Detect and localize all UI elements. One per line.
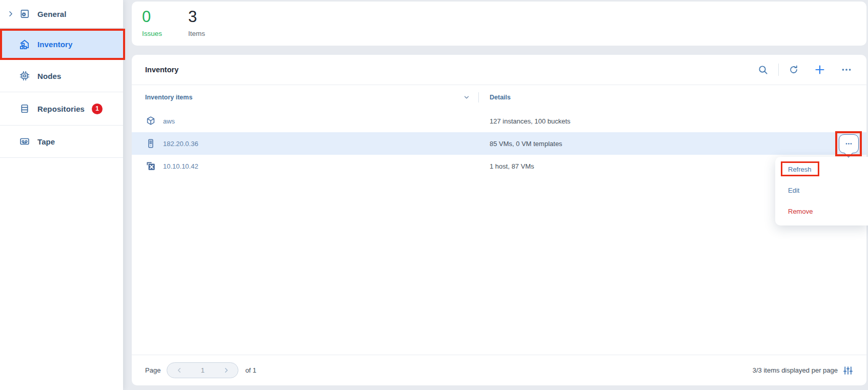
panel-header: Inventory: [132, 55, 866, 85]
row-details: 85 VMs, 0 VM templates: [478, 140, 562, 148]
inventory-panel: Inventory Inventory items: [132, 55, 866, 385]
summary-stats-card: 0 Issues 3 Items: [132, 2, 866, 46]
page-of-label: of 1: [245, 366, 256, 374]
sidebar-item-label: General: [37, 10, 67, 18]
sidebar-item-label: Inventory: [37, 40, 72, 49]
refresh-icon[interactable]: [789, 65, 799, 75]
table-row[interactable]: 10.10.10.42 1 host, 87 VMs: [132, 155, 866, 177]
issues-stat[interactable]: 0 Issues: [142, 9, 188, 37]
esx-host-icon: [145, 160, 156, 172]
menu-item-refresh[interactable]: Refresh: [775, 159, 868, 180]
table-row[interactable]: aws 127 instances, 100 buckets: [132, 110, 866, 132]
page-selector: 1: [167, 362, 238, 378]
sidebar-item-tape[interactable]: Tape: [0, 126, 123, 158]
toolbar-divider: [778, 64, 779, 76]
chevron-right-icon[interactable]: [7, 10, 15, 17]
row-name-link[interactable]: 10.10.10.42: [163, 162, 198, 170]
row-details: 127 instances, 100 buckets: [478, 117, 571, 125]
column-label: Inventory items: [145, 94, 192, 101]
column-header-items[interactable]: Inventory items: [145, 94, 478, 101]
table-row-selected[interactable]: 182.20.0.36 85 VMs, 0 VM templates: [132, 132, 866, 155]
page-label: Page: [145, 366, 160, 374]
sidebar-item-inventory[interactable]: Inventory: [0, 28, 123, 60]
next-page-icon[interactable]: [214, 366, 238, 374]
items-label: Items: [188, 30, 234, 37]
table-header: Inventory items Details: [132, 85, 866, 110]
page-size-settings-icon[interactable]: [843, 365, 853, 376]
column-label: Details: [490, 94, 511, 101]
sidebar-item-label: Nodes: [37, 72, 61, 80]
items-value: 3: [188, 9, 234, 25]
items-per-page-info: 3/3 items displayed per page: [753, 366, 838, 374]
row-context-menu: Refresh Edit Remove: [775, 157, 868, 225]
sidebar-item-label: Repositories: [37, 105, 85, 113]
menu-item-remove[interactable]: Remove: [775, 201, 868, 222]
sidebar-item-repositories[interactable]: Repositories 1: [0, 92, 123, 126]
panel-title: Inventory: [145, 66, 178, 74]
chevron-down-icon[interactable]: [463, 94, 470, 101]
sidebar-item-general[interactable]: General: [0, 0, 123, 28]
sidebar: General Inventory Nodes: [0, 0, 123, 390]
current-page-number[interactable]: 1: [191, 366, 214, 374]
general-settings-icon: [18, 8, 31, 19]
table-empty-space: [132, 177, 866, 355]
column-header-details[interactable]: Details: [479, 94, 511, 101]
issues-label: Issues: [142, 30, 188, 37]
row-details: 1 host, 87 VMs: [478, 162, 534, 170]
more-options-icon[interactable]: [841, 64, 852, 75]
search-icon[interactable]: [758, 65, 769, 75]
menu-item-edit[interactable]: Edit: [775, 180, 868, 201]
issues-value: 0: [142, 9, 188, 25]
add-item-icon[interactable]: [814, 64, 825, 75]
panel-toolbar: [758, 64, 852, 76]
tape-icon: [18, 136, 31, 147]
repositories-count-badge: 1: [92, 104, 103, 114]
pagination-bar: Page 1 of 1 3/3 items displayed per page: [132, 355, 866, 385]
row-name-link[interactable]: 182.20.0.36: [163, 140, 198, 148]
server-icon: [145, 138, 156, 149]
sidebar-item-nodes[interactable]: Nodes: [0, 60, 123, 92]
ellipsis-icon: [844, 139, 854, 149]
row-name-link[interactable]: aws: [163, 117, 175, 125]
nodes-cpu-icon: [18, 70, 31, 81]
sidebar-item-label: Tape: [37, 137, 55, 146]
previous-page-icon[interactable]: [167, 366, 191, 374]
cloud-cube-icon: [145, 115, 156, 127]
inventory-icon: [18, 38, 31, 50]
repositories-icon: [18, 103, 31, 114]
items-stat[interactable]: 3 Items: [188, 9, 234, 37]
